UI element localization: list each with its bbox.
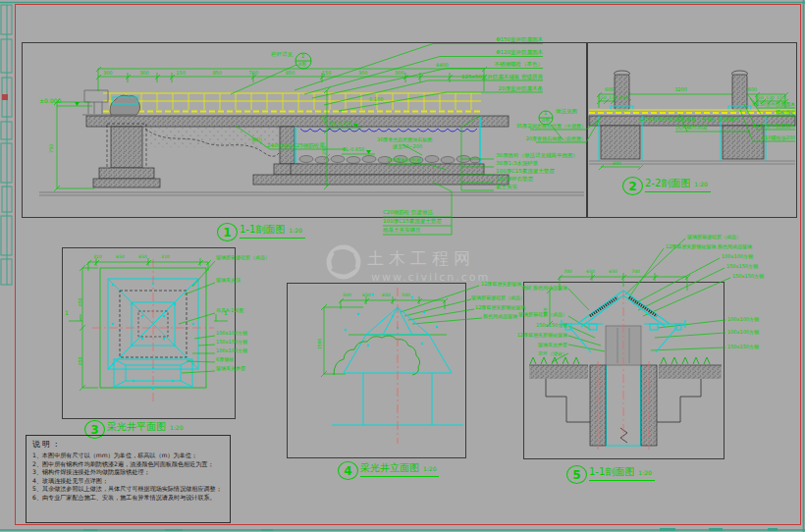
notes-line: 2、图中所有钢构件均刷防锈漆2遍，油漆颜色同面板颜色相近为宜； bbox=[32, 460, 224, 469]
d2-left-label: 35厚花岗岩板拉丝面（火烧面） bbox=[516, 124, 586, 129]
d1-dim-pool-a: 400 bbox=[322, 114, 327, 124]
d1-bottom-label: 地基土夯实碾压 bbox=[383, 228, 421, 234]
detail-4-title: 采光井立面图1:20 bbox=[360, 461, 439, 477]
d5-top-right-label: 12厚双层夹胶钢化玻璃 颜色同成品玻璃 bbox=[666, 244, 752, 249]
d5-left-label: 面砖 颜色同成品玻璃 bbox=[521, 286, 567, 291]
detail-2-title: 2-2剖面图1:20 bbox=[645, 177, 711, 192]
d2-right-label: Φ120室外防腐圆木 bbox=[753, 124, 795, 129]
d5-left-label: 150x150方钢 bbox=[536, 323, 567, 328]
notes-line: 6、由专业厂家配合施工、安装，施工有异常情况请及时与设计联系。 bbox=[32, 494, 224, 503]
d3-dim-chain: 310 650 650 310 bbox=[93, 255, 170, 260]
d1-callout-prefix: 栏杆详见 bbox=[271, 52, 293, 58]
d5-mid-right-label: 100x100方钢 bbox=[727, 317, 759, 322]
d2-right-label: Φ150室外防腐圆木 bbox=[753, 102, 795, 107]
d3-right-label: 玻璃采光顶 bbox=[216, 278, 241, 283]
d2-dim-sub-right: 150 120 150 bbox=[755, 96, 785, 101]
d2-right-label: 螺栓固定 bbox=[776, 110, 795, 115]
d2-callout-top: 1 bbox=[544, 111, 547, 116]
d1-elev-deck: 0.100 bbox=[369, 97, 383, 102]
detail-5-title: 1-1剖面图1:20 bbox=[589, 465, 655, 481]
d3-dim-left-a: 650 bbox=[79, 297, 83, 306]
cad-sheet: 土木工程网 www.civilcn.com 300 300 150 850 70… bbox=[0, 0, 805, 532]
d1-bottom-level: BL-0.650 bbox=[343, 147, 364, 152]
d1-dim-left: 750 bbox=[49, 143, 54, 153]
detail-2-badge: 2 bbox=[622, 177, 643, 195]
d5-top-right-label: 玻璃胶嵌缝硅胶（成品） bbox=[687, 235, 741, 239]
d3-right-label: 玻璃采光井壁 bbox=[216, 366, 245, 371]
d2-center-label: 沉头螺丝固定 bbox=[675, 125, 708, 131]
d4-right-label: 颜色同成品玻璃 bbox=[483, 314, 517, 319]
d2-callout-label: 做法见图 bbox=[556, 109, 577, 115]
d1-beam-label: 240x500 C25钢筋砼梁 bbox=[267, 143, 325, 149]
d1-sand-label: 100厚粗砂垫层 bbox=[387, 158, 421, 163]
detail-scale: 1:20 bbox=[638, 469, 651, 476]
d2-left-label: 20厚青锈石饰面（自然面） bbox=[526, 136, 586, 141]
d4-dim-left: 1500 bbox=[318, 339, 323, 349]
d1-elev-zero: ±0.000 bbox=[39, 98, 61, 104]
detail-scale: 1:20 bbox=[694, 181, 707, 187]
d3-dim-left-b: 650 bbox=[79, 356, 83, 365]
detail-1-title: 1-1剖面图1:20 bbox=[240, 223, 305, 239]
d1-rock-label: 假山 bbox=[251, 137, 262, 143]
notes-title: 说明： bbox=[32, 439, 224, 450]
d3-linework bbox=[69, 258, 228, 402]
d1-top-label: 20厚室外防腐木条 bbox=[499, 86, 544, 92]
d5-left-label: 玻璃胶嵌硅胶（成品） bbox=[518, 312, 567, 317]
d2-dim-chain: 600 3200 600 bbox=[605, 87, 757, 92]
detail-title-text: 采光井平面图 bbox=[107, 420, 166, 434]
d5-mid-right-label: 100x100方钢 bbox=[727, 330, 759, 335]
d3-right-label: 6厚钢板 bbox=[216, 357, 234, 362]
d2-center-label: 125x50室外防腐木铺板（平铺）自攻螺丝 bbox=[638, 117, 739, 123]
d5-left-label: 草坪（绿化） bbox=[538, 351, 567, 356]
d1-pave-label: 100厚碎石垫层 bbox=[496, 177, 533, 183]
notes-line: 3、钢构件焊接连接处外均做防腐除锈处理； bbox=[32, 468, 224, 477]
d5-top-right-label: 150x150方钢 bbox=[732, 274, 764, 279]
detail-4-badge: 4 bbox=[338, 461, 358, 480]
d1-top-label: Φ150室外防腐圆木 bbox=[496, 37, 543, 43]
d1-water-level: WL-0.250 bbox=[329, 121, 352, 126]
d1-stone-joint-label: 缝宽50~200 bbox=[393, 144, 422, 149]
d3-right-label: 150x150方钢 bbox=[216, 340, 247, 345]
watermark-url: www.civilcn.com bbox=[371, 271, 490, 284]
d5-mid-right-label: 150x150方钢 bbox=[727, 345, 759, 349]
d1-bottom-label: 100厚C15素混凝土垫层 bbox=[383, 219, 442, 225]
detail-title-text: 采光井立面图 bbox=[360, 461, 419, 475]
d5-dim-chain: 700 650 650 700 bbox=[564, 270, 640, 275]
detail-scale: 1:20 bbox=[170, 424, 183, 431]
detail-5-badge: 5 bbox=[566, 465, 587, 484]
d1-pave-label: 100厚C15素混凝土垫层 bbox=[496, 169, 555, 175]
watermark-site-name: 土木工程网 bbox=[367, 247, 475, 270]
detail-title-text: 1-1剖面图 bbox=[589, 465, 634, 479]
detail-3-title: 采光井平面图1:20 bbox=[107, 420, 186, 436]
detail-scale: 1:20 bbox=[423, 465, 436, 472]
d1-bottom-label: C20钢筋砼 防渗做法 bbox=[383, 210, 433, 216]
notes-line: 4、玻璃连接处见节点详图； bbox=[32, 477, 224, 486]
d1-top-label: 不锈钢螺栓（本色） bbox=[495, 62, 544, 68]
d5-top-right-label: 150x150方钢 bbox=[726, 264, 758, 269]
notes-line: 5、其余做法参照以上做法，具体尺寸可根据现场实际情况做相应调整； bbox=[32, 485, 224, 494]
d3-section-mark: 1 bbox=[65, 310, 69, 316]
d3-right-label: 100x100方钢 bbox=[216, 331, 247, 336]
d4-right-label: 玻璃胶嵌缝硅胶（成品） bbox=[471, 295, 525, 300]
d1-top-label: Φ120室外防腐圆木 bbox=[496, 50, 543, 56]
detail-1-badge: 1 bbox=[217, 223, 238, 241]
d5-left-label: 玻璃采光井壁 bbox=[538, 343, 567, 347]
d4-linework bbox=[321, 286, 482, 444]
watermark-logo-icon bbox=[329, 247, 358, 277]
d2-dim-footing: 600 bbox=[613, 162, 621, 167]
d3-right-label: 玻璃胶嵌缝硅胶（成品） bbox=[216, 255, 270, 260]
detail-scale: 1:20 bbox=[289, 227, 301, 234]
d3-right-label: 100x100方钢 bbox=[216, 348, 247, 353]
d1-dim-chain: 300 300 150 850 700 850 150 300 300 bbox=[103, 71, 404, 76]
detail-title-text: 1-1剖面图 bbox=[240, 223, 285, 237]
d1-pave-label: 素土夯实 bbox=[496, 185, 517, 190]
d1-callout-bottom: 详图 bbox=[297, 63, 306, 68]
detail-title-text: 2-2剖面图 bbox=[645, 177, 690, 190]
d1-pave-label: 30厚面砖（做法详见铺装平面图） bbox=[496, 153, 578, 159]
d4-right-label: 12厚双层夹胶玻璃 bbox=[481, 282, 521, 287]
d1-dim-overall: 4400 bbox=[436, 63, 449, 68]
d4-dim-chain: 500 650 650 500 bbox=[343, 293, 410, 298]
d5-top-right-label: 100x100方钢 bbox=[722, 254, 753, 259]
d1-callout-top: 2 bbox=[301, 54, 304, 59]
d2-dim-sub-left: 150 120 150 bbox=[598, 96, 628, 101]
